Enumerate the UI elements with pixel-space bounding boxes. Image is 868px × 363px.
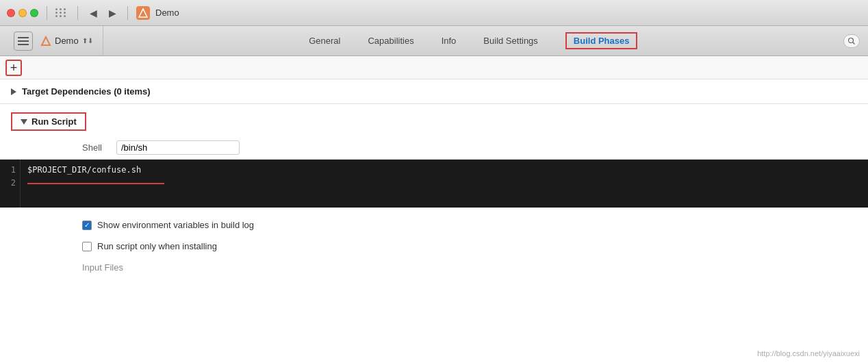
back-button[interactable]: ◀ (86, 6, 100, 20)
checkbox-row-2[interactable]: Run script only when installing (0, 236, 868, 257)
script-content[interactable]: $PROJECT_DIR/confuse.sh (21, 160, 868, 208)
input-files-label: Input Files (82, 262, 123, 273)
line-number-2: 2 (5, 177, 16, 190)
project-name: Demo (55, 36, 79, 46)
run-script-header[interactable]: Run Script (11, 112, 86, 131)
shell-input[interactable] (116, 140, 240, 155)
shell-label: Shell (82, 142, 110, 153)
collapse-run-script-icon (21, 119, 27, 125)
nav-tabs: General Capabilities Info Build Settings… (103, 32, 843, 49)
checkbox-show-env-label: Show environment variables in build log (97, 220, 254, 230)
window-controls (7, 9, 38, 17)
run-script-section: Run Script Shell 1 2 $PROJECT_DIR/confus… (0, 104, 868, 285)
search-area (843, 34, 868, 48)
target-dependencies-label: Target Dependencies (0 items) (22, 86, 151, 97)
sidebar-toggle-icon[interactable] (14, 32, 33, 51)
nav-bar: Demo ⬆⬇ General Capabilities Info Build … (0, 26, 868, 56)
forward-button[interactable]: ▶ (105, 6, 119, 20)
project-icon (136, 6, 150, 20)
script-line-2 (27, 177, 861, 190)
svg-point-5 (849, 38, 854, 42)
tab-general[interactable]: General (309, 33, 340, 49)
svg-marker-4 (42, 37, 50, 45)
checkmark-icon: ✓ (84, 222, 90, 229)
window-title: Demo (155, 8, 179, 18)
checkbox-show-env[interactable]: ✓ (82, 221, 92, 230)
script-editor[interactable]: 1 2 $PROJECT_DIR/confuse.sh (0, 160, 868, 208)
add-build-phase-button[interactable]: + (5, 60, 22, 76)
search-icon (847, 37, 856, 45)
svg-line-6 (853, 42, 855, 44)
title-bar: ◀ ▶ Demo (0, 0, 868, 26)
expand-target-deps-icon (11, 88, 16, 95)
line-number-1: 1 (5, 164, 16, 177)
grid-icon (55, 8, 66, 17)
svg-rect-1 (18, 37, 29, 38)
svg-marker-0 (139, 9, 147, 17)
svg-rect-2 (18, 40, 29, 42)
target-dependencies-row[interactable]: Target Dependencies (0 items) (0, 79, 868, 104)
checkbox-run-only-label: Run script only when installing (97, 241, 217, 251)
add-button-bar: + (0, 56, 868, 79)
input-files-row: Input Files (0, 257, 868, 278)
separator (47, 6, 47, 20)
script-line-1: $PROJECT_DIR/confuse.sh (27, 164, 861, 177)
tab-build-phases[interactable]: Build Phases (565, 32, 638, 49)
minimize-button[interactable] (18, 9, 27, 17)
watermark: http://blog.csdn.net/yiyaaixuexi (757, 349, 860, 358)
line-numbers: 1 2 (0, 160, 21, 208)
main-content: + Target Dependencies (0 items) Run Scri… (0, 56, 868, 363)
search-button[interactable] (843, 34, 860, 48)
xcode-icon (40, 36, 51, 47)
tab-info[interactable]: Info (442, 33, 457, 49)
tab-build-settings[interactable]: Build Settings (483, 33, 538, 49)
tab-capabilities[interactable]: Capabilities (368, 33, 413, 49)
fullscreen-button[interactable] (30, 9, 38, 17)
separator2 (77, 6, 78, 20)
project-selector[interactable]: Demo ⬆⬇ (0, 26, 103, 55)
checkbox-run-only[interactable] (82, 242, 92, 251)
svg-rect-3 (18, 44, 29, 45)
shell-row: Shell (0, 136, 868, 160)
run-script-label: Run Script (31, 116, 77, 127)
separator3 (127, 6, 128, 20)
red-underline (27, 183, 164, 184)
spacer (0, 208, 868, 214)
checkbox-row-1[interactable]: ✓ Show environment variables in build lo… (0, 214, 868, 236)
project-selector-arrow: ⬆⬇ (82, 37, 93, 45)
run-script-header-row: Run Script (0, 104, 868, 136)
close-button[interactable] (7, 9, 15, 17)
